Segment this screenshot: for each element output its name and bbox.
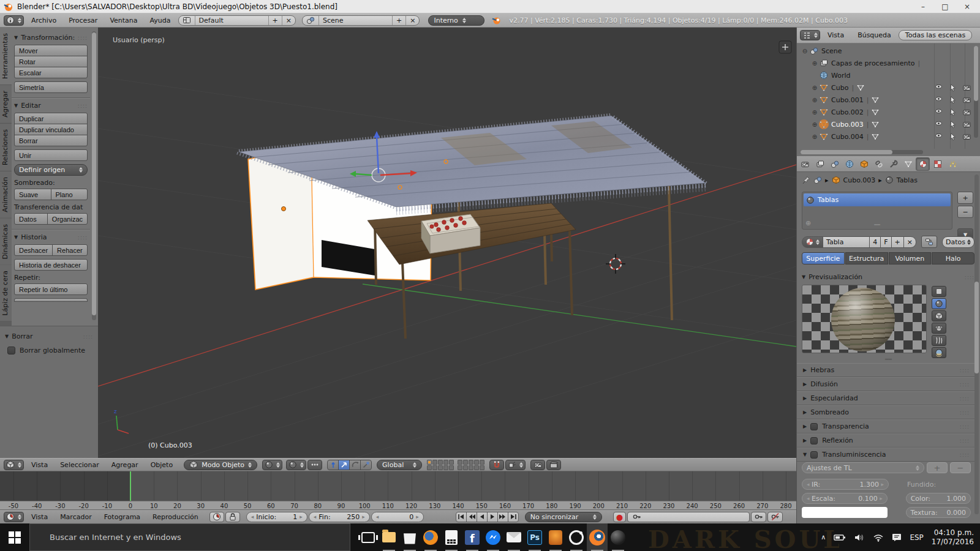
renderability-icon[interactable] xyxy=(962,120,971,129)
outliner-row-cubo.002[interactable]: ⊕Cubo.002| xyxy=(797,106,980,118)
layer-cell[interactable] xyxy=(443,465,448,470)
add-scene-button[interactable]: + xyxy=(392,16,405,25)
viewport-3d[interactable]: z Usuario (persp) (0) Cubo.003 xyxy=(98,28,796,458)
material-slot-selected[interactable]: Tablas xyxy=(804,193,951,206)
panel-header-transformación:[interactable]: ▼Transformación::::: xyxy=(14,34,88,42)
outliner-row-cubo.003[interactable]: ⊕Cubo.003| xyxy=(797,118,980,130)
tool-button-organizac[interactable]: Organizac xyxy=(47,213,88,225)
properties-tab-particles[interactable] xyxy=(945,157,959,171)
outliner-row-scene[interactable]: ⊖Scene xyxy=(797,45,980,57)
shelf-tab-lápiz-de-cera[interactable]: Lápiz de cera xyxy=(0,265,12,322)
menu-ventana[interactable]: Ventana xyxy=(104,17,143,24)
editor-type-outliner-button[interactable] xyxy=(800,30,820,40)
layer-cell[interactable] xyxy=(449,460,454,465)
outliner-menu-vista[interactable]: Vista xyxy=(821,31,850,39)
editor-type-info-button[interactable] xyxy=(4,15,24,26)
taskbar-icon-facebook[interactable]: f xyxy=(462,523,483,551)
properties-tab-object[interactable] xyxy=(857,157,871,171)
unlink-material-button[interactable]: × xyxy=(903,236,916,248)
tool-button-rehacer[interactable]: Rehacer xyxy=(52,244,88,256)
shelf-tab-dinámicas[interactable]: Dinámicas xyxy=(0,219,12,266)
layer-cell[interactable] xyxy=(463,460,468,465)
menu-archivo[interactable]: Archivo xyxy=(25,17,62,24)
taskbar-icon-photoshop[interactable]: Ps xyxy=(524,523,545,551)
maximize-button[interactable]: □ xyxy=(936,1,954,13)
auto-keyframe-button[interactable]: ● xyxy=(613,512,626,522)
speaker-icon[interactable] xyxy=(854,533,865,542)
preview-type-sky-sphere[interactable] xyxy=(932,347,946,358)
delete-scene-button[interactable]: × xyxy=(405,16,419,25)
start-button[interactable] xyxy=(0,523,29,551)
properties-tab-world[interactable] xyxy=(842,157,856,171)
breadcrumb-material[interactable]: Tablas xyxy=(897,176,918,184)
layer-cell[interactable] xyxy=(427,465,432,470)
layer-cell[interactable] xyxy=(438,460,443,465)
remove-slot-button[interactable]: − xyxy=(957,206,973,218)
outliner-row-capas-de-procesamiento[interactable]: ⊕Capas de procesamiento| xyxy=(797,57,980,69)
layer-cell[interactable] xyxy=(438,465,443,470)
play-reverse-button[interactable] xyxy=(477,512,488,522)
fake-user-button[interactable]: F xyxy=(880,236,891,248)
visibility-icon[interactable] xyxy=(934,96,943,104)
properties-tab-modifiers[interactable] xyxy=(886,157,900,171)
layer-cell[interactable] xyxy=(427,460,432,465)
tl-color-slider[interactable]: Color:1.000 xyxy=(906,493,971,504)
outliner-vertical-scrollbar[interactable] xyxy=(974,46,978,138)
panel-sombreado[interactable]: ▶Sombreado:::: xyxy=(797,405,976,419)
minimize-button[interactable]: – xyxy=(914,1,932,13)
viewport-menu-agregar[interactable]: Agregar xyxy=(105,461,145,469)
panel-checkbox[interactable] xyxy=(810,423,818,430)
cursor-3d[interactable] xyxy=(606,254,625,274)
material-tab-volumen[interactable]: Volumen xyxy=(889,252,932,264)
tool-shelf-scrollbar[interactable] xyxy=(92,31,96,320)
layer-cell[interactable] xyxy=(458,460,462,465)
tool-menu-definir-origen[interactable]: Definir origen xyxy=(14,164,88,176)
delete-layout-button[interactable]: × xyxy=(282,16,295,25)
tool-button-mover[interactable]: Mover xyxy=(14,45,88,56)
timeline-canvas[interactable]: -50-40-30-20-100102030405060708090100110… xyxy=(0,471,796,509)
screen-layout-value[interactable]: Default xyxy=(195,16,268,25)
tool-button-deshacer[interactable]: Deshacer xyxy=(14,244,53,256)
material-name-field[interactable]: Tabla xyxy=(823,236,870,248)
shelf-tab-relaciones[interactable]: Relaciones xyxy=(0,124,12,171)
action-center-icon[interactable] xyxy=(892,533,902,542)
manipulator-axis-toggle[interactable] xyxy=(327,460,339,470)
properties-scrollbar[interactable] xyxy=(974,174,979,514)
keying-set-field[interactable] xyxy=(627,512,750,522)
playback-realtime-button[interactable] xyxy=(209,512,224,522)
slot-list-grip[interactable]: ══ xyxy=(874,222,880,228)
properties-tab-render[interactable] xyxy=(798,157,812,171)
tool-button-repetir-lo-último[interactable]: Repetir lo último xyxy=(14,283,88,295)
viewport-menu-vista[interactable]: Vista xyxy=(25,461,54,469)
preview-panel-header[interactable]: ▼Previsualización:::: xyxy=(802,273,974,281)
add-layout-button[interactable]: + xyxy=(268,16,282,25)
timeline-playhead[interactable] xyxy=(130,471,131,501)
tool-button-clipped[interactable] xyxy=(14,298,88,302)
timeline-menu-vista[interactable]: Vista xyxy=(25,513,54,521)
properties-tab-data[interactable] xyxy=(901,157,915,171)
viewport-menu-seleccionar[interactable]: Seleccionar xyxy=(54,461,105,469)
material-tab-superficie[interactable]: Superficie xyxy=(802,252,845,264)
pin-icon[interactable] xyxy=(802,176,810,184)
wifi-icon[interactable] xyxy=(873,533,884,542)
preview-type-flat[interactable] xyxy=(932,286,946,297)
snap-toggle[interactable] xyxy=(489,460,504,470)
add-slot-button[interactable]: + xyxy=(957,192,973,204)
screen-layout-selector[interactable]: Default + × xyxy=(178,15,296,26)
renderability-icon[interactable] xyxy=(962,132,971,141)
properties-tab-material[interactable] xyxy=(916,157,930,171)
lock-frame-button[interactable] xyxy=(225,512,240,522)
selectability-icon[interactable] xyxy=(949,83,957,92)
preview-type-hair[interactable] xyxy=(932,335,946,346)
selectability-icon[interactable] xyxy=(949,96,957,104)
visibility-icon[interactable] xyxy=(934,132,943,141)
editor-type-3dview-button[interactable] xyxy=(4,460,24,470)
tool-button-plano[interactable]: Plano xyxy=(51,189,88,200)
delete-keyframe-button[interactable] xyxy=(767,512,783,522)
panel-transparencia[interactable]: ▶Transparencia:::: xyxy=(797,419,976,433)
layer-cell[interactable] xyxy=(449,465,454,470)
properties-tab-render-layers[interactable] xyxy=(813,157,827,171)
nodes-toggle-button[interactable] xyxy=(921,236,937,248)
panel-difusión[interactable]: ▶Difusión:::: xyxy=(797,377,976,391)
preview-type-cube[interactable] xyxy=(932,310,946,321)
